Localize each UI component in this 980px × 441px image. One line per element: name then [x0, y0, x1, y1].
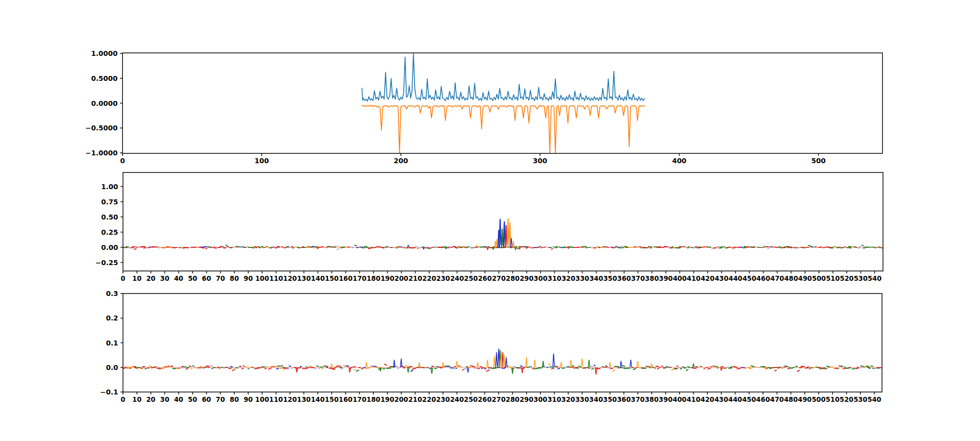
- x-tick-label: 300: [533, 157, 547, 165]
- noise-dash: [331, 368, 334, 369]
- y-tick-label: 1.00: [101, 183, 118, 191]
- noise-dash: [658, 368, 659, 369]
- x-tick-label: 340: [589, 274, 603, 282]
- x-tick-label: 460: [756, 395, 770, 403]
- noise-dash: [212, 368, 213, 368]
- x-tick-label: 120: [283, 395, 297, 403]
- noise-dash: [129, 368, 131, 368]
- noise-dash: [873, 368, 874, 368]
- noise-dash: [832, 248, 833, 248]
- x-tick-label: 210: [408, 395, 422, 403]
- spike: [499, 220, 501, 247]
- x-tick-label: 230: [436, 395, 450, 403]
- noise-dash: [338, 366, 341, 367]
- noise-dash: [856, 368, 858, 368]
- x-tick-label: 40: [174, 395, 183, 403]
- x-tick-label: 310: [547, 395, 561, 403]
- x-tick-label: 420: [701, 274, 714, 282]
- noise-dash: [854, 368, 855, 369]
- spike: [693, 364, 694, 368]
- x-tick-label: 150: [325, 274, 339, 282]
- x-tick-label: 470: [770, 395, 784, 403]
- noise-dash: [191, 368, 193, 369]
- spike: [511, 238, 512, 247]
- noise-dash: [142, 368, 143, 368]
- noise-dash: [248, 368, 249, 369]
- x-tick-label: 540: [867, 395, 881, 403]
- noise-dash: [775, 370, 776, 371]
- noise-dash: [646, 366, 647, 367]
- x-tick-label: 340: [589, 395, 603, 403]
- noise-dash: [766, 368, 767, 369]
- noise-dash: [300, 367, 301, 367]
- noise-dash: [289, 366, 291, 367]
- noise-dash: [672, 369, 674, 370]
- noise-dash: [415, 368, 416, 368]
- spike: [494, 356, 495, 368]
- x-tick-label: 420: [701, 395, 714, 403]
- noise-dash: [875, 368, 877, 369]
- noise-dash: [396, 366, 398, 367]
- noise-dash: [347, 366, 348, 367]
- noise-dash: [606, 366, 607, 366]
- noise-dash: [193, 366, 194, 367]
- x-tick-label: 350: [603, 395, 617, 403]
- noise-dash: [535, 368, 537, 369]
- x-tick-label: 500: [812, 395, 826, 403]
- noise-dash: [729, 368, 732, 368]
- noise-dash: [361, 368, 363, 369]
- x-tick-label: 390: [659, 274, 673, 282]
- x-tick-label: 270: [492, 395, 506, 403]
- noise-dash: [533, 368, 534, 369]
- noise-dash: [655, 368, 656, 368]
- x-tick-label: 530: [854, 274, 867, 282]
- noise-dash: [325, 366, 328, 367]
- subplot-3: 0.30.20.10.0−0.1010203040506070809010011…: [100, 290, 882, 403]
- spike: [553, 354, 554, 368]
- noise-dash: [168, 366, 169, 367]
- axes-spines: [123, 294, 882, 392]
- noise-dash: [622, 366, 625, 366]
- noise-dash: [388, 368, 391, 368]
- x-tick-label: 300: [534, 395, 547, 403]
- x-tick-label: 280: [506, 274, 519, 282]
- noise-dash: [207, 366, 209, 367]
- noise-dash: [189, 366, 191, 367]
- x-tick-label: 20: [146, 395, 155, 403]
- noise-dash: [274, 367, 277, 367]
- x-tick-label: 20: [146, 274, 155, 282]
- x-tick-label: 510: [826, 274, 840, 282]
- x-tick-label: 130: [297, 395, 311, 403]
- x-tick-label: 80: [230, 395, 239, 403]
- noise-dash: [791, 368, 792, 368]
- x-tick-label: 440: [729, 274, 742, 282]
- noise-dash: [809, 368, 810, 369]
- noise-dash: [435, 368, 437, 369]
- noise-dash: [292, 368, 293, 368]
- noise-dash: [598, 368, 600, 369]
- noise-dash: [827, 366, 829, 367]
- noise-dash: [226, 245, 227, 245]
- x-tick-label: 290: [520, 274, 534, 282]
- noise-dash: [243, 366, 244, 366]
- noise-dash: [163, 368, 164, 369]
- noise-dash: [704, 368, 705, 369]
- noise-dash: [302, 368, 304, 369]
- noise-dash: [276, 368, 278, 369]
- spike: [366, 363, 367, 368]
- noise-dash: [577, 368, 578, 368]
- x-tick-label: 380: [645, 395, 659, 403]
- spike: [505, 225, 507, 247]
- noise-dash: [288, 368, 289, 369]
- noise-dash: [745, 368, 746, 369]
- x-tick-label: 90: [244, 395, 253, 403]
- y-tick-label: 0.25: [101, 228, 118, 236]
- spike: [514, 247, 516, 250]
- x-tick-label: 200: [394, 157, 408, 165]
- x-tick-label: 50: [188, 274, 197, 282]
- noise-dash: [410, 367, 412, 367]
- x-tick-label: 110: [269, 274, 283, 282]
- x-tick-label: 10: [132, 395, 142, 403]
- x-tick-label: 430: [714, 395, 728, 403]
- spike: [637, 361, 638, 368]
